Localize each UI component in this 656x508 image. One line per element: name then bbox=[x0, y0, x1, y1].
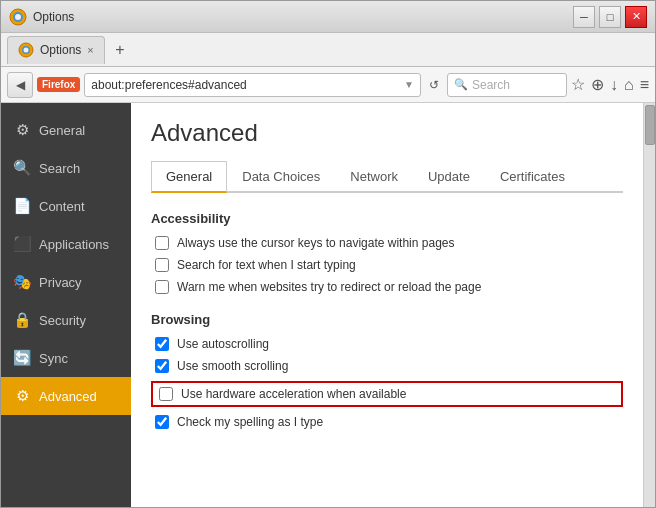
list-item: Use smooth scrolling bbox=[151, 359, 623, 373]
hardware-acceleration-row: Use hardware acceleration when available bbox=[151, 381, 623, 407]
browsing-section: Browsing Use autoscrolling Use smooth sc… bbox=[151, 312, 623, 429]
close-button[interactable]: ✕ bbox=[625, 6, 647, 28]
search-placeholder: Search bbox=[472, 78, 510, 92]
sidebar-item-security[interactable]: 🔒 Security bbox=[1, 301, 131, 339]
url-dropdown-icon[interactable]: ▼ bbox=[404, 79, 414, 90]
svg-point-2 bbox=[15, 14, 21, 20]
page-title: Advanced bbox=[151, 119, 623, 147]
advanced-icon: ⚙ bbox=[13, 387, 31, 405]
hardware-accel-label: Use hardware acceleration when available bbox=[181, 387, 406, 401]
sidebar-label-advanced: Advanced bbox=[39, 389, 97, 404]
sidebar-label-search: Search bbox=[39, 161, 80, 176]
tab-close-button[interactable]: × bbox=[87, 44, 93, 56]
search-icon: 🔍 bbox=[13, 159, 31, 177]
list-item: Search for text when I start typing bbox=[151, 258, 623, 272]
scroll-thumb[interactable] bbox=[645, 105, 655, 145]
cursor-keys-label: Always use the cursor keys to navigate w… bbox=[177, 236, 454, 250]
tab-bar: Options × + bbox=[1, 33, 655, 67]
sidebar-label-sync: Sync bbox=[39, 351, 68, 366]
maximize-button[interactable]: □ bbox=[599, 6, 621, 28]
sidebar-item-applications[interactable]: ⬛ Applications bbox=[1, 225, 131, 263]
address-bar: ◀ Firefox about:preferences#advanced ▼ ↺… bbox=[1, 67, 655, 103]
new-tab-button[interactable]: + bbox=[109, 39, 131, 61]
spell-check-checkbox[interactable] bbox=[155, 415, 169, 429]
list-item: Always use the cursor keys to navigate w… bbox=[151, 236, 623, 250]
content-icon: 📄 bbox=[13, 197, 31, 215]
sidebar-item-advanced[interactable]: ⚙ Advanced bbox=[1, 377, 131, 415]
firefox-badge: Firefox bbox=[37, 77, 80, 92]
back-button[interactable]: ◀ bbox=[7, 72, 33, 98]
search-typing-label: Search for text when I start typing bbox=[177, 258, 356, 272]
minimize-button[interactable]: ─ bbox=[573, 6, 595, 28]
autoscrolling-checkbox[interactable] bbox=[155, 337, 169, 351]
url-bar[interactable]: about:preferences#advanced ▼ bbox=[84, 73, 421, 97]
browser-window: Options ─ □ ✕ Options × + ◀ Firefox abou… bbox=[0, 0, 656, 508]
sidebar: ⚙ General 🔍 Search 📄 Content ⬛ Applicati… bbox=[1, 103, 131, 507]
menu-icon[interactable]: ≡ bbox=[640, 76, 649, 94]
sidebar-item-general[interactable]: ⚙ General bbox=[1, 111, 131, 149]
main-area: ⚙ General 🔍 Search 📄 Content ⬛ Applicati… bbox=[1, 103, 655, 507]
tab-update[interactable]: Update bbox=[413, 161, 485, 193]
app-icon bbox=[9, 8, 27, 26]
autoscrolling-label: Use autoscrolling bbox=[177, 337, 269, 351]
sidebar-item-content[interactable]: 📄 Content bbox=[1, 187, 131, 225]
tab-general[interactable]: General bbox=[151, 161, 227, 193]
download-icon[interactable]: ↓ bbox=[610, 76, 618, 94]
tab-network[interactable]: Network bbox=[335, 161, 413, 193]
applications-icon: ⬛ bbox=[13, 235, 31, 253]
title-bar: Options ─ □ ✕ bbox=[1, 1, 655, 33]
tab-data-choices[interactable]: Data Choices bbox=[227, 161, 335, 193]
sidebar-item-sync[interactable]: 🔄 Sync bbox=[1, 339, 131, 377]
security-icon: 🔒 bbox=[13, 311, 31, 329]
tab-icon bbox=[18, 42, 34, 58]
refresh-button[interactable]: ↺ bbox=[425, 78, 443, 92]
list-item: Use autoscrolling bbox=[151, 337, 623, 351]
warn-redirect-checkbox[interactable] bbox=[155, 280, 169, 294]
sub-tab-bar: General Data Choices Network Update Cert… bbox=[151, 161, 623, 193]
smooth-scrolling-checkbox[interactable] bbox=[155, 359, 169, 373]
warn-redirect-label: Warn me when websites try to redirect or… bbox=[177, 280, 481, 294]
content-area: Advanced General Data Choices Network Up… bbox=[131, 103, 643, 507]
browsing-title: Browsing bbox=[151, 312, 623, 327]
lock-icon[interactable]: ⊕ bbox=[591, 75, 604, 94]
accessibility-section: Accessibility Always use the cursor keys… bbox=[151, 211, 623, 294]
cursor-keys-checkbox[interactable] bbox=[155, 236, 169, 250]
search-bar[interactable]: 🔍 Search bbox=[447, 73, 567, 97]
accessibility-title: Accessibility bbox=[151, 211, 623, 226]
url-text: about:preferences#advanced bbox=[91, 78, 400, 92]
browser-tab[interactable]: Options × bbox=[7, 36, 105, 64]
tab-certificates[interactable]: Certificates bbox=[485, 161, 580, 193]
window-title: Options bbox=[33, 10, 573, 24]
sidebar-label-privacy: Privacy bbox=[39, 275, 82, 290]
sidebar-label-content: Content bbox=[39, 199, 85, 214]
spell-check-label: Check my spelling as I type bbox=[177, 415, 323, 429]
sidebar-label-applications: Applications bbox=[39, 237, 109, 252]
tab-label: Options bbox=[40, 43, 81, 57]
toolbar-icons: ☆ ⊕ ↓ ⌂ ≡ bbox=[571, 75, 649, 94]
list-item: Warn me when websites try to redirect or… bbox=[151, 280, 623, 294]
search-icon: 🔍 bbox=[454, 78, 468, 91]
sidebar-label-general: General bbox=[39, 123, 85, 138]
privacy-icon: 🎭 bbox=[13, 273, 31, 291]
window-controls: ─ □ ✕ bbox=[573, 6, 647, 28]
list-item: Check my spelling as I type bbox=[151, 415, 623, 429]
sidebar-label-security: Security bbox=[39, 313, 86, 328]
smooth-scrolling-label: Use smooth scrolling bbox=[177, 359, 288, 373]
search-typing-checkbox[interactable] bbox=[155, 258, 169, 272]
scrollbar[interactable] bbox=[643, 103, 655, 507]
general-icon: ⚙ bbox=[13, 121, 31, 139]
svg-point-5 bbox=[24, 48, 29, 53]
sidebar-item-search[interactable]: 🔍 Search bbox=[1, 149, 131, 187]
hardware-accel-checkbox[interactable] bbox=[159, 387, 173, 401]
sync-icon: 🔄 bbox=[13, 349, 31, 367]
sidebar-item-privacy[interactable]: 🎭 Privacy bbox=[1, 263, 131, 301]
home-icon[interactable]: ⌂ bbox=[624, 76, 634, 94]
bookmark-icon[interactable]: ☆ bbox=[571, 75, 585, 94]
